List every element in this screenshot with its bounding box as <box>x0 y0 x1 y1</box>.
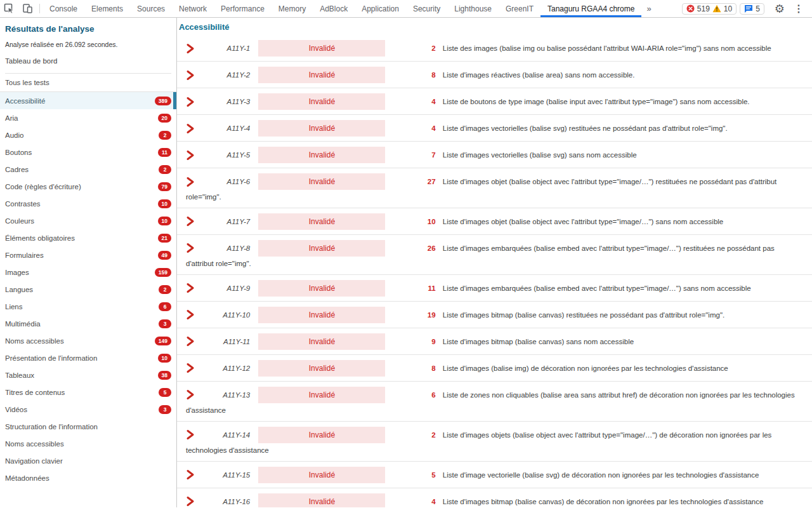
expand-chevron-icon[interactable] <box>186 363 195 373</box>
test-result-row[interactable]: A11Y-15 Invalidé 5 Liste d'image vectori… <box>177 462 812 488</box>
status-badge: Invalidé <box>258 240 385 257</box>
devtools-tab[interactable]: Elements <box>84 0 130 17</box>
sidebar-count-badge: 3 <box>159 319 171 328</box>
sidebar-category-item[interactable]: Accessibilité 389 <box>0 92 176 109</box>
sidebar-item-all-tests[interactable]: Tous les tests <box>0 74 176 91</box>
test-result-row[interactable]: A11Y-5 Invalidé 7 Liste d'images vectori… <box>177 142 812 168</box>
devtools-tab[interactable]: Lighthouse <box>447 0 499 17</box>
test-result-row[interactable]: A11Y-16 Invalidé 4 Liste d'images bitmap… <box>177 488 812 507</box>
status-badge: Invalidé <box>258 333 385 350</box>
test-result-row[interactable]: A11Y-14 Invalidé 2 Liste d'images objets… <box>177 422 812 462</box>
settings-gear-icon[interactable]: ⚙ <box>770 2 789 16</box>
sidebar-count-badge: 10 <box>158 199 171 208</box>
sidebar-count-badge: 159 <box>155 268 171 277</box>
category-label: Multimédia <box>5 320 41 328</box>
expand-chevron-icon[interactable] <box>186 70 195 81</box>
expand-chevron-icon[interactable] <box>186 150 195 161</box>
category-label: Éléments obligatoires <box>5 234 75 242</box>
inspect-element-icon[interactable] <box>0 0 18 17</box>
test-result-row[interactable]: A11Y-4 Invalidé 4 Liste d'images vectori… <box>177 115 812 142</box>
sidebar-category-item[interactable]: Formulaires 49 <box>0 246 176 264</box>
devtools-tabs: Console Elements Sources Network Perform… <box>43 0 641 17</box>
expand-chevron-icon[interactable] <box>186 389 195 400</box>
sidebar-category-item[interactable]: Audio 2 <box>0 126 176 144</box>
sidebar-category-item[interactable]: Langues 2 <box>0 281 176 298</box>
sidebar-count-badge: 79 <box>158 182 171 191</box>
sidebar-category-item[interactable]: Présentation de l'information 10 <box>0 349 176 366</box>
sidebar-category-item[interactable]: Images 159 <box>0 264 176 281</box>
devtools-tab[interactable]: Memory <box>272 0 313 17</box>
sidebar-count-badge: 20 <box>158 114 171 123</box>
expand-chevron-icon[interactable] <box>186 469 195 480</box>
expand-chevron-icon[interactable] <box>186 429 195 440</box>
test-result-row[interactable]: A11Y-3 Invalidé 4 Liste de boutons de ty… <box>177 88 812 115</box>
sidebar-category-item[interactable]: Cadres 2 <box>0 161 176 178</box>
sidebar-category-item[interactable]: Contrastes 10 <box>0 195 176 212</box>
expand-chevron-icon[interactable] <box>186 283 195 293</box>
sidebar-category-item[interactable]: Code (règles d'écriture) 79 <box>0 178 176 195</box>
sidebar-category-item[interactable]: Métadonnées <box>0 469 176 486</box>
test-id: A11Y-8 <box>197 242 250 255</box>
devtools-tab[interactable]: Console <box>43 0 84 17</box>
expand-chevron-icon[interactable] <box>186 123 195 134</box>
sidebar-category-item[interactable]: Noms accessibles <box>0 435 176 452</box>
console-errors-warnings[interactable]: 519 10 <box>682 3 737 15</box>
category-label: Titres de contenus <box>5 389 65 396</box>
sidebar-category-item[interactable]: Boutons 11 <box>0 144 176 161</box>
expand-chevron-icon[interactable] <box>186 496 195 507</box>
test-result-row[interactable]: A11Y-9 Invalidé 11 Liste d'images embarq… <box>177 275 812 302</box>
status-badge: Invalidé <box>258 387 385 403</box>
expand-chevron-icon[interactable] <box>186 336 195 347</box>
expand-chevron-icon[interactable] <box>186 97 195 107</box>
expand-chevron-icon[interactable] <box>186 43 195 54</box>
test-result-row[interactable]: A11Y-6 Invalidé 27 Liste d'images objet … <box>177 168 812 208</box>
status-badge: Invalidé <box>258 427 385 443</box>
sidebar-category-item[interactable]: Noms accessibles 149 <box>0 332 176 349</box>
test-result-row[interactable]: A11Y-7 Invalidé 10 Liste d'images objet … <box>177 208 812 235</box>
devtools-tab[interactable]: Application <box>355 0 406 17</box>
result-count: 8 <box>388 362 436 375</box>
category-label: Audio <box>5 131 23 139</box>
test-result-row[interactable]: A11Y-13 Invalidé 6 Liste de zones non cl… <box>177 382 812 422</box>
more-tabs-icon[interactable]: » <box>641 0 656 17</box>
devtools-tab[interactable]: GreenIT <box>499 0 540 17</box>
devtools-tab[interactable]: Tanaguru RGAA4 chrome <box>540 0 641 17</box>
devtools-tab[interactable]: Performance <box>214 0 272 17</box>
sidebar-category-item[interactable]: Couleurs 10 <box>0 212 176 229</box>
test-description: Liste de boutons de type image (balise i… <box>443 98 750 105</box>
dashboard-link[interactable]: Tableau de bord <box>5 57 171 65</box>
status-badge: Invalidé <box>258 147 385 163</box>
sidebar-category-item[interactable]: Multimédia 3 <box>0 315 176 332</box>
category-label: Formulaires <box>5 251 44 259</box>
devtools-tab[interactable]: AdBlock <box>313 0 355 17</box>
sidebar-category-item[interactable]: Navigation clavier <box>0 452 176 469</box>
devtools-tab[interactable]: Network <box>172 0 214 17</box>
kebab-menu-icon[interactable]: ⋮ <box>789 3 808 15</box>
test-id: A11Y-12 <box>197 362 250 375</box>
expand-chevron-icon[interactable] <box>186 177 195 187</box>
sidebar-category-item[interactable]: Liens 6 <box>0 298 176 315</box>
console-messages[interactable]: 5 <box>740 3 764 15</box>
devtools-tab[interactable]: Security <box>406 0 447 17</box>
sidebar-category-item[interactable]: Titres de contenus 5 <box>0 384 176 401</box>
status-badge: Invalidé <box>258 360 385 377</box>
all-tests-label: Tous les tests <box>5 79 49 86</box>
test-result-row[interactable]: A11Y-8 Invalidé 26 Liste d'images embarq… <box>177 235 812 275</box>
device-toolbar-icon[interactable] <box>18 0 37 17</box>
test-result-row[interactable]: A11Y-10 Invalidé 19 Liste d'images bitma… <box>177 302 812 328</box>
test-result-row[interactable]: A11Y-1 Invalidé 2 Liste des images (bali… <box>177 35 812 62</box>
test-result-row[interactable]: A11Y-2 Invalidé 8 Liste d'images réactiv… <box>177 62 812 88</box>
sidebar-category-item[interactable]: Structuration de l'information <box>0 418 176 435</box>
sidebar-category-item[interactable]: Vidéos 3 <box>0 401 176 418</box>
test-result-row[interactable]: A11Y-12 Invalidé 8 Liste d'images (balis… <box>177 355 812 382</box>
expand-chevron-icon[interactable] <box>186 309 195 320</box>
test-description: Liste d'image vectorielle (balise svg) d… <box>443 471 759 479</box>
sidebar-category-item[interactable]: Tableaux 38 <box>0 366 176 384</box>
sidebar-category-item[interactable]: Éléments obligatoires 21 <box>0 229 176 246</box>
expand-chevron-icon[interactable] <box>186 243 195 253</box>
expand-chevron-icon[interactable] <box>186 216 195 227</box>
test-description: Liste d'images bitmap (balise canvas) re… <box>443 311 724 319</box>
devtools-tab[interactable]: Sources <box>130 0 172 17</box>
sidebar-category-item[interactable]: Aria 20 <box>0 109 176 126</box>
test-result-row[interactable]: A11Y-11 Invalidé 9 Liste d'images bitmap… <box>177 328 812 355</box>
